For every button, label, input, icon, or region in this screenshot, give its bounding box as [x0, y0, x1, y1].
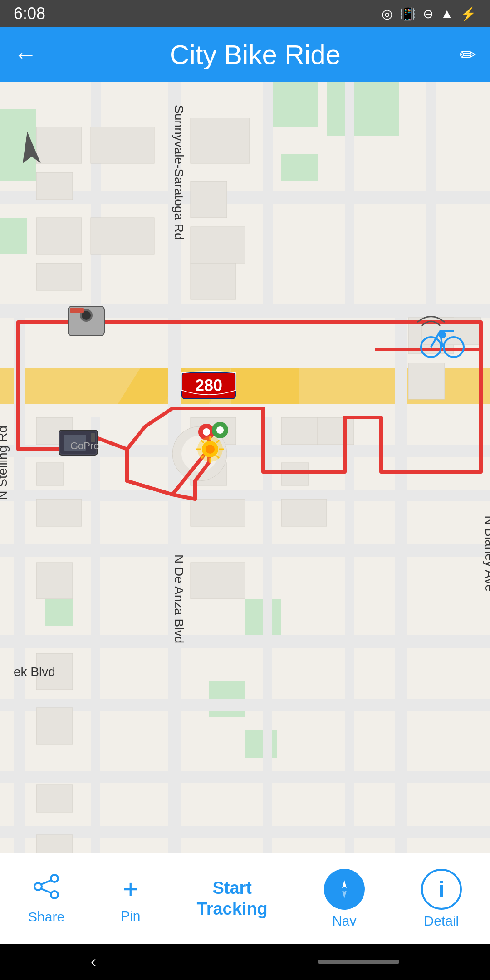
nav-nav-item[interactable]: Nav — [324, 869, 365, 929]
svg-rect-39 — [91, 218, 154, 254]
home-bar: ‹ — [0, 944, 490, 980]
detail-info-icon: i — [421, 869, 462, 910]
svg-marker-109 — [342, 891, 347, 898]
svg-rect-40 — [36, 263, 82, 290]
svg-rect-31 — [426, 82, 436, 318]
svg-rect-19 — [0, 635, 490, 648]
svg-rect-37 — [36, 172, 73, 200]
svg-rect-41 — [191, 118, 250, 163]
svg-rect-35 — [36, 127, 82, 163]
svg-point-89 — [216, 426, 224, 434]
svg-rect-43 — [191, 227, 245, 263]
svg-rect-47 — [36, 499, 82, 526]
map-container[interactable]: 280 Sunnyvale-Saratoga Rd N Stelling Rd … — [0, 82, 490, 880]
bottom-nav: Share + Pin StartTracking Nav i Detail — [0, 853, 490, 944]
svg-text:N Stelling Rd: N Stelling Rd — [0, 426, 10, 500]
svg-rect-18 — [0, 544, 490, 557]
pin-nav-item[interactable]: + Pin — [121, 873, 140, 924]
svg-rect-4 — [327, 82, 399, 136]
svg-line-106 — [41, 880, 51, 884]
wifi-icon: ▲ — [441, 6, 453, 21]
svg-rect-33 — [263, 417, 272, 880]
svg-marker-108 — [342, 880, 347, 888]
dnd-icon: ⊖ — [423, 6, 433, 21]
svg-text:N De Anza Blvd: N De Anza Blvd — [172, 554, 186, 643]
nav-label: Nav — [332, 913, 356, 929]
svg-rect-42 — [191, 181, 227, 218]
back-chevron-icon[interactable]: ‹ — [91, 952, 96, 971]
svg-rect-10 — [0, 191, 490, 204]
svg-rect-28 — [91, 82, 101, 318]
map-svg: 280 Sunnyvale-Saratoga Rd N Stelling Rd … — [0, 82, 490, 880]
svg-rect-56 — [191, 563, 245, 599]
svg-rect-51 — [36, 785, 73, 812]
share-label: Share — [28, 909, 64, 925]
svg-rect-20 — [0, 699, 490, 710]
pin-label: Pin — [121, 908, 140, 924]
svg-rect-21 — [0, 771, 490, 783]
back-button[interactable]: ← — [14, 41, 37, 68]
svg-rect-50 — [36, 708, 73, 744]
svg-rect-62 — [408, 363, 445, 399]
share-icon — [33, 873, 60, 906]
svg-rect-29 — [263, 82, 273, 318]
share-nav-item[interactable]: Share — [28, 873, 64, 925]
detail-nav-item[interactable]: i Detail — [421, 869, 462, 929]
svg-rect-30 — [345, 82, 354, 318]
svg-point-87 — [203, 428, 210, 436]
status-time: 6:08 — [14, 4, 45, 23]
battery-icon: ⚡ — [461, 6, 476, 21]
svg-rect-60 — [281, 499, 327, 526]
svg-line-107 — [41, 889, 51, 893]
svg-text:N Blaney Ave: N Blaney Ave — [483, 515, 490, 592]
svg-rect-34 — [345, 417, 354, 880]
svg-text:GoPro: GoPro — [70, 440, 99, 451]
svg-point-85 — [439, 331, 446, 338]
svg-rect-6 — [45, 599, 73, 626]
svg-text:280: 280 — [195, 376, 222, 395]
svg-rect-59 — [281, 463, 309, 485]
home-pill[interactable] — [318, 960, 399, 964]
svg-rect-22 — [0, 826, 490, 838]
svg-point-103 — [51, 875, 58, 882]
start-tracking-label: StartTracking — [197, 878, 268, 919]
edit-button[interactable]: ✏ — [460, 43, 476, 66]
location-icon: ◎ — [382, 6, 392, 21]
svg-rect-46 — [36, 463, 64, 485]
svg-rect-27 — [395, 318, 407, 880]
svg-rect-55 — [191, 499, 245, 526]
svg-rect-36 — [91, 127, 154, 163]
svg-marker-15 — [231, 368, 299, 404]
svg-rect-2 — [0, 218, 27, 254]
svg-text:ek Blvd: ek Blvd — [14, 665, 55, 679]
svg-rect-44 — [191, 263, 236, 299]
detail-label: Detail — [424, 913, 459, 929]
svg-rect-77 — [70, 308, 84, 313]
svg-point-104 — [34, 883, 42, 890]
svg-text:Sunnyvale-Saratoga Rd: Sunnyvale-Saratoga Rd — [172, 105, 186, 240]
svg-rect-38 — [36, 218, 82, 254]
vibrate-icon: 📳 — [400, 6, 416, 21]
svg-rect-48 — [36, 563, 73, 599]
svg-rect-58 — [318, 417, 354, 445]
app-bar: ← City Bike Ride ✏ — [0, 27, 490, 82]
plus-icon: + — [122, 873, 138, 905]
svg-rect-5 — [281, 154, 318, 181]
svg-rect-32 — [91, 417, 100, 880]
start-tracking-nav-item[interactable]: StartTracking — [197, 878, 268, 919]
svg-point-92 — [206, 445, 215, 454]
svg-point-105 — [51, 891, 58, 898]
page-title: City Bike Ride — [51, 39, 460, 70]
nav-compass-icon — [324, 869, 365, 910]
status-icons: ◎ 📳 ⊖ ▲ ⚡ — [382, 6, 476, 21]
status-bar: 6:08 ◎ 📳 ⊖ ▲ ⚡ — [0, 0, 490, 27]
